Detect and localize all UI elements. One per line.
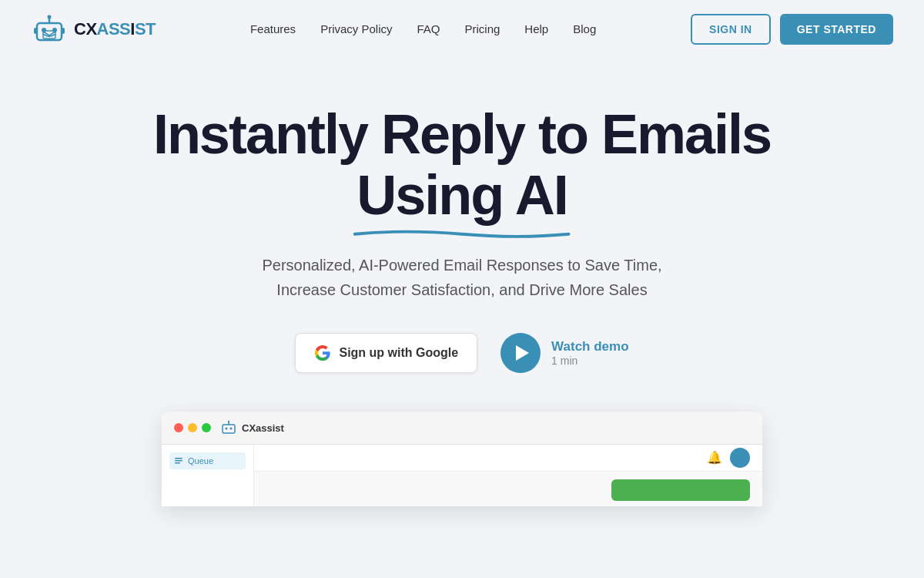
google-signup-label: Sign up with Google <box>339 346 458 360</box>
app-screenshot-preview: CXassist Queue 🔔 <box>162 412 762 506</box>
header-buttons: SIGN IN GET STARTED <box>691 14 893 45</box>
hero-section: Instantly Reply to Emails Using AI Perso… <box>0 58 924 529</box>
hero-title-line2: Using AI <box>357 165 567 226</box>
watch-demo-duration: 1 min <box>551 355 628 367</box>
google-signup-button[interactable]: Sign up with Google <box>295 333 477 373</box>
preview-queue-label: Queue <box>188 456 213 465</box>
watch-demo-label: Watch demo <box>551 339 628 355</box>
hero-title-line1: Instantly Reply to Emails <box>31 104 893 165</box>
svg-rect-6 <box>62 28 65 34</box>
maximize-dot <box>202 423 211 432</box>
preview-bell-icon: 🔔 <box>707 450 722 465</box>
svg-point-4 <box>48 15 52 18</box>
getstarted-button[interactable]: GET STARTED <box>780 14 893 45</box>
queue-icon <box>174 456 183 465</box>
hero-cta-buttons: Sign up with Google Watch demo 1 min <box>31 333 893 373</box>
preview-logo-icon <box>220 419 237 436</box>
logo-text-assist: ASSIST <box>97 19 156 39</box>
main-nav: Features Privacy Policy FAQ Pricing Help… <box>250 22 596 35</box>
nav-blog[interactable]: Blog <box>573 22 596 35</box>
preview-app-logo: CXassist <box>220 419 284 436</box>
preview-top-bar: 🔔 <box>254 445 762 472</box>
preview-window-dots <box>174 423 211 432</box>
preview-green-action-bar <box>611 479 750 501</box>
preview-app-name: CXassist <box>242 422 284 434</box>
preview-body: Queue 🔔 <box>162 445 762 506</box>
nav-features[interactable]: Features <box>250 22 296 35</box>
logo[interactable]: CXASSIST <box>31 11 156 48</box>
preview-main-content: 🔔 <box>254 445 762 506</box>
svg-point-12 <box>228 421 229 422</box>
svg-rect-5 <box>34 28 37 34</box>
preview-content-area <box>254 472 762 506</box>
preview-user-avatar <box>730 448 750 468</box>
nav-pricing[interactable]: Pricing <box>465 22 500 35</box>
google-icon <box>314 344 331 361</box>
svg-rect-13 <box>175 458 182 459</box>
hero-underline-decoration <box>349 228 574 240</box>
preview-titlebar: CXassist <box>162 412 762 445</box>
svg-rect-14 <box>175 460 182 462</box>
preview-sidebar: Queue <box>162 445 254 506</box>
svg-point-10 <box>230 428 233 430</box>
watch-demo-button[interactable]: Watch demo 1 min <box>500 333 628 373</box>
hero-subtitle: Personalized, AI-Powered Email Responses… <box>31 253 893 302</box>
close-dot <box>174 423 183 432</box>
nav-privacy[interactable]: Privacy Policy <box>320 22 392 35</box>
play-circle-icon <box>500 333 541 373</box>
hero-title: Instantly Reply to Emails Using AI <box>31 104 893 226</box>
svg-point-9 <box>226 428 228 430</box>
minimize-dot <box>188 423 197 432</box>
svg-rect-8 <box>223 425 235 433</box>
svg-rect-15 <box>175 462 180 464</box>
preview-sidebar-queue: Queue <box>169 452 246 469</box>
nav-help[interactable]: Help <box>524 22 548 35</box>
logo-text-cx: CX <box>74 19 97 39</box>
logo-icon <box>31 11 68 48</box>
header: CXASSIST Features Privacy Policy FAQ Pri… <box>0 0 924 58</box>
nav-faq[interactable]: FAQ <box>417 22 440 35</box>
svg-rect-0 <box>37 23 62 40</box>
play-triangle-icon <box>516 345 529 361</box>
signin-button[interactable]: SIGN IN <box>691 14 771 45</box>
